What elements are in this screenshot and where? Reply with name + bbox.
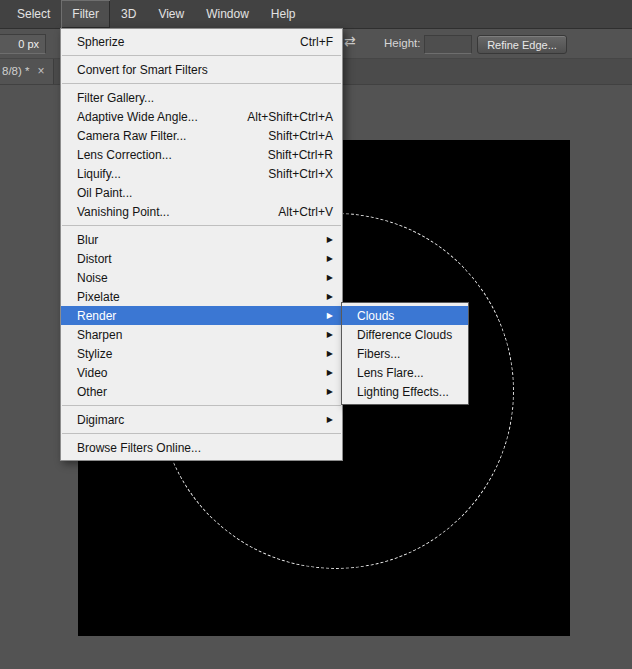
render-submenu: Clouds Difference Clouds Fibers... Lens … xyxy=(341,302,469,405)
menubar-item-help[interactable]: Help xyxy=(260,0,307,28)
menu-item-label: Noise xyxy=(77,271,108,285)
filter-menu-item-stylize[interactable]: Stylize ▶ xyxy=(61,344,342,363)
submenu-item-label: Difference Clouds xyxy=(357,328,452,342)
filter-menu-item-digimarc[interactable]: Digimarc ▶ xyxy=(61,410,342,429)
menu-item-label: Render xyxy=(77,309,116,323)
menubar: Select Filter 3D View Window Help xyxy=(0,0,632,29)
menu-separator xyxy=(62,55,341,56)
submenu-item-label: Lens Flare... xyxy=(357,366,424,380)
menu-separator xyxy=(62,225,341,226)
menu-item-label: Other xyxy=(77,385,107,399)
photoshop-app: Select Filter 3D View Window Help 0 px ⇄… xyxy=(0,0,632,669)
filter-menu-item-noise[interactable]: Noise ▶ xyxy=(61,268,342,287)
tab-close-icon[interactable]: × xyxy=(38,64,45,78)
filter-menu-item-filter-gallery[interactable]: Filter Gallery... ▶ xyxy=(61,88,342,107)
filter-menu: Spherize Ctrl+F ▶ Convert for Smart Filt… xyxy=(60,28,343,461)
submenu-arrow-icon: ▶ xyxy=(324,306,333,325)
menubar-item-filter[interactable]: Filter xyxy=(61,0,110,28)
menu-item-label: Spherize xyxy=(77,35,124,49)
render-submenu-item-difference-clouds[interactable]: Difference Clouds xyxy=(342,325,468,344)
menu-item-label: Pixelate xyxy=(77,290,120,304)
document-tab[interactable]: 8/8) * × xyxy=(0,58,54,84)
menu-item-label: Vanishing Point... xyxy=(77,205,170,219)
menu-item-shortcut: Alt+Shift+Ctrl+A xyxy=(233,110,333,124)
filter-menu-item-vanishing-point[interactable]: Vanishing Point... Alt+Ctrl+V ▶ xyxy=(61,202,342,221)
render-submenu-item-clouds[interactable]: Clouds xyxy=(342,306,468,325)
menu-item-shortcut: Alt+Ctrl+V xyxy=(264,205,333,219)
menubar-item-view[interactable]: View xyxy=(147,0,195,28)
menu-item-label: Liquify... xyxy=(77,167,121,181)
menu-item-label: Digimarc xyxy=(77,413,124,427)
filter-menu-item-adaptive-wide-angle[interactable]: Adaptive Wide Angle... Alt+Shift+Ctrl+A … xyxy=(61,107,342,126)
menu-item-shortcut: Shift+Ctrl+R xyxy=(254,148,333,162)
menu-item-label: Sharpen xyxy=(77,328,122,342)
render-submenu-item-fibers[interactable]: Fibers... xyxy=(342,344,468,363)
menu-item-shortcut: Shift+Ctrl+X xyxy=(254,167,333,181)
render-submenu-item-lens-flare[interactable]: Lens Flare... xyxy=(342,363,468,382)
height-label: Height: xyxy=(384,37,420,49)
submenu-arrow-icon: ▶ xyxy=(324,230,333,249)
menubar-item-label: 3D xyxy=(121,7,136,21)
filter-menu-item-sharpen[interactable]: Sharpen ▶ xyxy=(61,325,342,344)
menu-item-shortcut: Ctrl+F xyxy=(286,35,333,49)
filter-menu-item-camera-raw-filter[interactable]: Camera Raw Filter... Shift+Ctrl+A ▶ xyxy=(61,126,342,145)
menu-item-label: Camera Raw Filter... xyxy=(77,129,186,143)
menubar-item-window[interactable]: Window xyxy=(195,0,260,28)
filter-menu-item-browse-filters-online[interactable]: Browse Filters Online... ▶ xyxy=(61,438,342,457)
submenu-arrow-icon: ▶ xyxy=(324,325,333,344)
filter-menu-item-convert-for-smart-filters[interactable]: Convert for Smart Filters ▶ xyxy=(61,60,342,79)
filter-menu-item-liquify[interactable]: Liquify... Shift+Ctrl+X ▶ xyxy=(61,164,342,183)
menu-item-label: Lens Correction... xyxy=(77,148,172,162)
filter-menu-item-lens-correction[interactable]: Lens Correction... Shift+Ctrl+R ▶ xyxy=(61,145,342,164)
refine-edge-button[interactable]: Refine Edge... xyxy=(477,35,567,54)
submenu-arrow-icon: ▶ xyxy=(324,287,333,306)
render-submenu-item-lighting-effects[interactable]: Lighting Effects... xyxy=(342,382,468,401)
menubar-item-3d[interactable]: 3D xyxy=(110,0,147,28)
menu-item-label: Oil Paint... xyxy=(77,186,132,200)
filter-menu-item-blur[interactable]: Blur ▶ xyxy=(61,230,342,249)
filter-menu-item-distort[interactable]: Distort ▶ xyxy=(61,249,342,268)
menu-item-label: Adaptive Wide Angle... xyxy=(77,110,198,124)
submenu-arrow-icon: ▶ xyxy=(324,344,333,363)
submenu-item-label: Clouds xyxy=(357,309,394,323)
submenu-item-label: Fibers... xyxy=(357,347,400,361)
menu-item-label: Distort xyxy=(77,252,112,266)
menu-item-label: Video xyxy=(77,366,107,380)
submenu-item-label: Lighting Effects... xyxy=(357,385,449,399)
swap-dimensions-icon[interactable]: ⇄ xyxy=(344,33,356,49)
menu-separator xyxy=(62,83,341,84)
menu-item-label: Filter Gallery... xyxy=(77,91,154,105)
filter-menu-item-render[interactable]: Render ▶ xyxy=(61,306,342,325)
menu-separator xyxy=(62,433,341,434)
document-tab-label: 8/8) * xyxy=(2,65,30,77)
filter-menu-item-other[interactable]: Other ▶ xyxy=(61,382,342,401)
menubar-item-label: Window xyxy=(206,7,249,21)
submenu-arrow-icon: ▶ xyxy=(324,410,333,429)
menubar-item-label: Filter xyxy=(72,7,99,21)
menu-item-label: Stylize xyxy=(77,347,112,361)
filter-menu-item-oil-paint[interactable]: Oil Paint... ▶ xyxy=(61,183,342,202)
filter-menu-item-video[interactable]: Video ▶ xyxy=(61,363,342,382)
menu-item-label: Convert for Smart Filters xyxy=(77,63,208,77)
menubar-item-label: Help xyxy=(271,7,296,21)
submenu-arrow-icon: ▶ xyxy=(324,363,333,382)
filter-menu-item-spherize[interactable]: Spherize Ctrl+F ▶ xyxy=(61,32,342,51)
menubar-item-label: Select xyxy=(17,7,50,21)
submenu-arrow-icon: ▶ xyxy=(324,382,333,401)
width-field-value: 0 px xyxy=(18,38,39,50)
menu-separator xyxy=(62,405,341,406)
filter-menu-item-pixelate[interactable]: Pixelate ▶ xyxy=(61,287,342,306)
submenu-arrow-icon: ▶ xyxy=(324,268,333,287)
height-input[interactable] xyxy=(424,35,472,54)
menu-item-label: Blur xyxy=(77,233,98,247)
menubar-item-label: View xyxy=(158,7,184,21)
menu-item-shortcut: Shift+Ctrl+A xyxy=(254,129,333,143)
menubar-item-select[interactable]: Select xyxy=(6,0,61,28)
submenu-arrow-icon: ▶ xyxy=(324,249,333,268)
menu-item-label: Browse Filters Online... xyxy=(77,441,201,455)
width-field[interactable]: 0 px xyxy=(0,34,46,54)
